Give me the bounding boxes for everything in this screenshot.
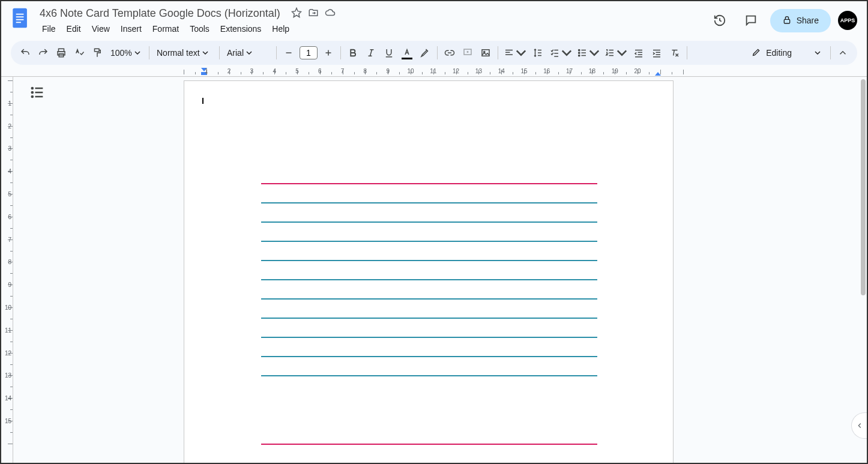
document-page[interactable] xyxy=(184,80,674,464)
menu-tools[interactable]: Tools xyxy=(185,22,214,36)
notecard-rule-line xyxy=(261,375,597,376)
horizontal-ruler[interactable]: 1234567891011121314151617181920 xyxy=(1,67,867,77)
paragraph-style-select[interactable]: Normal text xyxy=(153,48,215,58)
svg-rect-0 xyxy=(13,8,27,28)
numbered-list-button[interactable] xyxy=(603,44,629,61)
svg-point-18 xyxy=(32,92,33,93)
decrease-indent-button[interactable] xyxy=(630,44,647,61)
clear-formatting-button[interactable] xyxy=(666,44,683,61)
editing-mode-button[interactable]: Editing xyxy=(746,47,827,59)
notecard-rule-line xyxy=(261,337,597,338)
decrease-font-size-button[interactable] xyxy=(280,44,297,61)
svg-point-13 xyxy=(579,49,580,50)
pencil-icon xyxy=(752,47,761,59)
docs-logo[interactable] xyxy=(8,6,32,30)
vertical-scrollbar[interactable] xyxy=(861,79,866,295)
svg-rect-9 xyxy=(95,49,100,52)
svg-rect-4 xyxy=(16,22,21,23)
document-canvas[interactable] xyxy=(13,77,867,464)
menu-bar: File Edit View Insert Format Tools Exten… xyxy=(37,22,708,36)
menu-edit[interactable]: Edit xyxy=(62,22,86,36)
italic-button[interactable] xyxy=(363,44,379,61)
svg-rect-2 xyxy=(16,16,24,17)
text-color-button[interactable] xyxy=(399,44,415,61)
highlight-color-button[interactable] xyxy=(417,44,433,61)
notecard-rule-line xyxy=(261,356,597,357)
notecard-rule-line xyxy=(261,260,597,261)
account-avatar[interactable]: APPS xyxy=(838,11,857,30)
font-family-select[interactable]: Arial xyxy=(223,48,273,58)
menu-view[interactable]: View xyxy=(87,22,115,36)
text-cursor xyxy=(202,98,203,104)
increase-indent-button[interactable] xyxy=(648,44,665,61)
lock-icon xyxy=(782,15,792,26)
svg-point-15 xyxy=(579,55,580,56)
increase-font-size-button[interactable] xyxy=(320,44,337,61)
notecard-rule-line xyxy=(261,298,597,300)
align-button[interactable] xyxy=(502,44,528,61)
notecard-rule-line xyxy=(261,202,597,203)
show-outline-button[interactable] xyxy=(29,84,46,101)
share-label: Share xyxy=(797,16,819,25)
svg-rect-5 xyxy=(784,19,789,23)
notecard-bottom-line xyxy=(261,444,597,445)
collapse-toolbar-button[interactable] xyxy=(834,44,851,61)
underline-button[interactable] xyxy=(381,44,397,61)
document-title[interactable]: 4x6 Note Card Template Google Docs (Hori… xyxy=(37,6,283,21)
font-size-input[interactable] xyxy=(300,46,318,59)
move-icon[interactable] xyxy=(308,7,319,20)
toolbar: 100% Normal text Arial Editing xyxy=(11,41,857,65)
menu-file[interactable]: File xyxy=(37,22,61,36)
paint-format-button[interactable] xyxy=(89,44,106,61)
notecard-rule-line xyxy=(261,318,597,319)
paragraph-style-value: Normal text xyxy=(157,48,200,58)
menu-insert[interactable]: Insert xyxy=(116,22,146,36)
line-spacing-button[interactable] xyxy=(529,44,546,61)
bulleted-list-button[interactable] xyxy=(575,44,601,61)
svg-rect-11 xyxy=(482,50,489,56)
cloud-saved-icon[interactable] xyxy=(325,7,336,20)
menu-format[interactable]: Format xyxy=(148,22,184,36)
insert-image-button[interactable] xyxy=(477,44,494,61)
notecard-top-line xyxy=(261,183,597,184)
comments-icon[interactable] xyxy=(739,8,763,32)
bold-button[interactable] xyxy=(345,44,361,61)
star-icon[interactable] xyxy=(291,7,302,20)
notecard-rule-line xyxy=(261,221,597,223)
svg-point-17 xyxy=(32,88,33,89)
vertical-ruler[interactable]: 123456789101112131415 xyxy=(1,77,13,464)
svg-point-14 xyxy=(579,52,580,53)
zoom-value: 100% xyxy=(110,48,132,58)
editing-mode-label: Editing xyxy=(766,48,792,58)
menu-extensions[interactable]: Extensions xyxy=(215,22,266,36)
version-history-icon[interactable] xyxy=(708,8,732,32)
menu-help[interactable]: Help xyxy=(267,22,294,36)
svg-rect-3 xyxy=(16,19,24,20)
svg-rect-1 xyxy=(16,14,24,15)
font-family-value: Arial xyxy=(227,48,244,58)
add-comment-button[interactable] xyxy=(459,44,476,61)
redo-button[interactable] xyxy=(35,44,52,61)
spellcheck-button[interactable] xyxy=(71,44,88,61)
insert-link-button[interactable] xyxy=(441,44,458,61)
notecard-rule-line xyxy=(261,279,597,280)
svg-point-19 xyxy=(32,96,33,97)
undo-button[interactable] xyxy=(17,44,34,61)
checklist-button[interactable] xyxy=(547,44,574,61)
zoom-select[interactable]: 100% xyxy=(107,48,145,58)
notecard-rule-line xyxy=(261,241,597,242)
share-button[interactable]: Share xyxy=(770,9,831,32)
print-button[interactable] xyxy=(53,44,70,61)
